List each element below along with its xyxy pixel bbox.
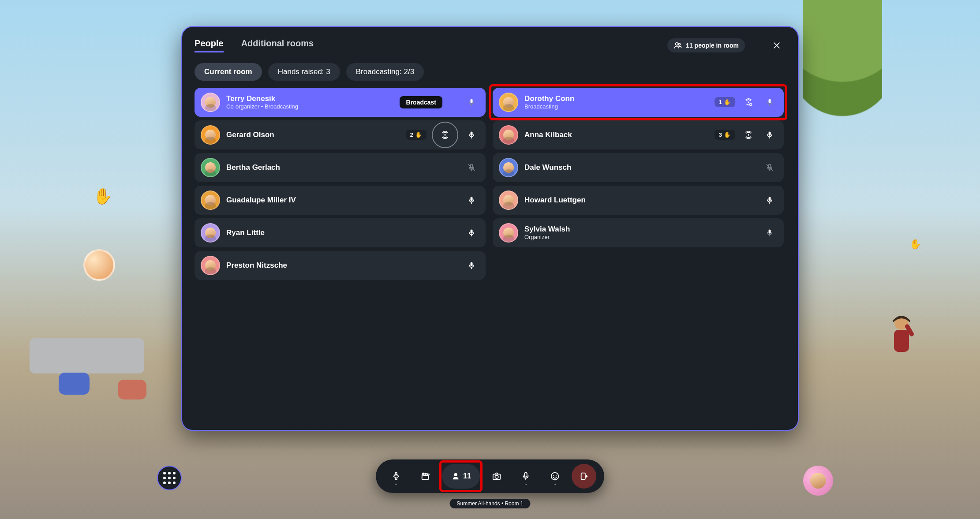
mic-indicator[interactable] xyxy=(464,160,479,175)
svg-rect-25 xyxy=(524,473,527,477)
person-row[interactable]: Anna Kilback3✋ xyxy=(493,120,784,149)
person-row[interactable]: Guadalupe Miller IV xyxy=(195,186,486,215)
broadcast-button[interactable] xyxy=(741,127,756,143)
person-row[interactable]: Gerard Olson2✋ xyxy=(195,120,486,149)
mic-indicator[interactable] xyxy=(762,192,778,208)
name-block: Preston Nitzsche xyxy=(226,261,457,270)
mic-icon xyxy=(521,471,531,481)
broadcast-button[interactable] xyxy=(432,122,458,148)
person-name: Howard Luettgen xyxy=(524,196,756,205)
avatar xyxy=(201,190,220,210)
svg-rect-15 xyxy=(470,197,472,201)
avatar xyxy=(499,158,518,177)
avatar xyxy=(201,93,220,112)
svg-point-20 xyxy=(395,473,397,474)
svg-rect-29 xyxy=(581,473,585,480)
badge-group xyxy=(464,258,479,273)
avatar xyxy=(499,125,518,145)
person-subtitle: Co-organizer • Broadcasting xyxy=(226,103,457,110)
world-avatar-bubble xyxy=(83,249,115,281)
filter-hands-raised[interactable]: Hands raised: 3 xyxy=(268,63,340,81)
badge-group xyxy=(464,94,479,110)
name-block: Guadalupe Miller IV xyxy=(226,196,457,205)
badge-group xyxy=(762,225,778,241)
name-block: Gerard Olson xyxy=(226,131,400,139)
person-row[interactable]: Howard Luettgen xyxy=(493,186,784,215)
hand-raised-badge: 1✋ xyxy=(714,97,735,107)
svg-rect-10 xyxy=(470,131,472,135)
person-row[interactable]: Terry DenesikCo-organizer • Broadcasting… xyxy=(195,88,486,117)
avatar xyxy=(499,190,518,210)
person-row[interactable]: Sylvia WalshOrganizer xyxy=(493,218,784,247)
person-row[interactable]: Preston Nitzsche xyxy=(195,251,486,280)
name-block: Terry DenesikCo-organizer • Broadcasting xyxy=(226,94,457,110)
people-count-pill[interactable]: 11 people in room xyxy=(667,38,745,52)
badge-group xyxy=(464,160,479,175)
person-name: Gerard Olson xyxy=(226,131,400,139)
name-block: Sylvia WalshOrganizer xyxy=(524,225,756,240)
person-name: Sylvia Walsh xyxy=(524,225,756,234)
svg-point-26 xyxy=(551,473,559,480)
svg-point-27 xyxy=(553,475,554,476)
mic-button[interactable]: ⌃ xyxy=(513,464,538,489)
filter-current-room[interactable]: Current room xyxy=(195,63,262,81)
mic-indicator[interactable] xyxy=(762,127,778,143)
badge-group: 3✋ xyxy=(714,127,778,143)
menu-button[interactable] xyxy=(157,466,182,490)
hand-icon xyxy=(391,471,401,481)
panel-header: PeopleAdditional rooms 11 people in room xyxy=(195,37,785,54)
smile-icon xyxy=(550,471,560,481)
raised-hand-icon: ✋ xyxy=(93,187,113,205)
person-row[interactable]: Dale Wunsch xyxy=(493,153,784,182)
person-name: Dale Wunsch xyxy=(524,163,756,172)
person-name: Anna Kilback xyxy=(524,131,708,139)
hand-raise-button[interactable]: ⌃ xyxy=(384,464,408,489)
leave-button[interactable] xyxy=(572,464,596,489)
badge-group xyxy=(762,160,778,175)
svg-rect-5 xyxy=(470,99,472,103)
badge-group: 1✋ xyxy=(714,94,778,110)
avatar xyxy=(201,223,220,243)
mic-indicator[interactable] xyxy=(464,225,479,241)
person-name: Terry Denesik xyxy=(226,94,457,103)
mic-indicator[interactable] xyxy=(762,225,778,241)
person-name: Preston Nitzsche xyxy=(226,261,457,270)
person-name: Ryan Little xyxy=(226,228,457,237)
mic-indicator[interactable] xyxy=(464,127,479,143)
mic-indicator[interactable] xyxy=(762,160,778,175)
close-icon xyxy=(772,41,781,50)
mic-indicator[interactable] xyxy=(762,94,778,110)
clapperboard-icon xyxy=(420,471,430,481)
tab-rooms[interactable]: Additional rooms xyxy=(241,38,314,52)
mic-indicator[interactable] xyxy=(464,94,479,110)
svg-rect-1 xyxy=(894,330,909,352)
people-count-text: 11 people in room xyxy=(686,42,739,49)
close-button[interactable] xyxy=(768,37,785,54)
avatar xyxy=(201,125,220,145)
people-icon xyxy=(673,41,682,50)
person-row[interactable]: Dorothy ConnBroadcasting1✋ xyxy=(493,88,784,117)
svg-rect-18 xyxy=(768,229,771,233)
toolbar-people-count: 11 xyxy=(463,472,471,480)
person-name: Dorothy Conn xyxy=(524,94,708,103)
name-block: Howard Luettgen xyxy=(524,196,756,205)
people-panel: PeopleAdditional rooms 11 people in room… xyxy=(181,26,799,431)
camera-button[interactable] xyxy=(484,464,509,489)
person-row[interactable]: Ryan Little xyxy=(195,218,486,247)
person-name: Guadalupe Miller IV xyxy=(226,196,457,205)
camera-icon xyxy=(492,471,501,481)
mic-indicator[interactable] xyxy=(464,192,479,208)
people-toolbar-button[interactable]: 11 xyxy=(442,464,480,489)
badge-group xyxy=(464,225,479,241)
mic-indicator[interactable] xyxy=(464,258,479,273)
self-avatar[interactable] xyxy=(803,466,833,496)
clapper-button[interactable] xyxy=(413,464,438,489)
filter-row: Current roomHands raised: 3Broadcasting:… xyxy=(195,63,785,81)
filter-broadcasting[interactable]: Broadcasting: 2/3 xyxy=(346,63,424,81)
person-icon xyxy=(451,471,460,481)
tree-prop xyxy=(803,0,882,127)
person-row[interactable]: Bertha Gerlach xyxy=(195,153,486,182)
tab-people[interactable]: People xyxy=(195,38,224,52)
broadcast-button[interactable] xyxy=(741,94,756,110)
emoji-button[interactable]: ⌃ xyxy=(542,464,567,489)
